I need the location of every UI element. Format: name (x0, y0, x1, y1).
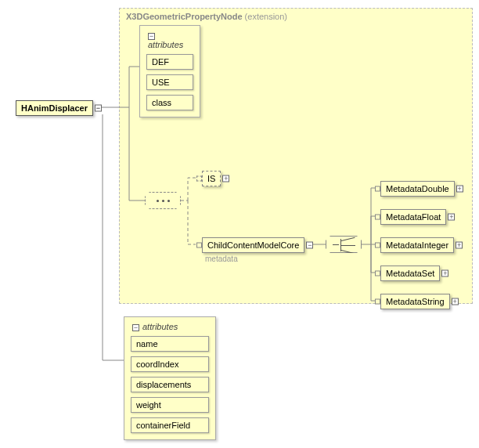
connector-notch (375, 299, 380, 305)
is-label: IS (207, 174, 215, 183)
metadata-label: MetadataSet (386, 269, 434, 278)
attr-item[interactable]: class (146, 95, 193, 110)
connector-notch (196, 243, 202, 248)
collapse-icon[interactable] (148, 33, 155, 40)
connector-notch (375, 271, 380, 276)
metadata-node[interactable]: MetadataDouble (380, 181, 455, 197)
connector-notch (375, 215, 380, 220)
metadata-node[interactable]: MetadataInteger (380, 237, 454, 253)
attributes-panel-bottom: attributes name coordIndex displacements… (124, 316, 216, 440)
connector-notch (196, 176, 202, 182)
root-node[interactable]: HAnimDisplacer (16, 100, 93, 116)
expand-icon[interactable] (452, 298, 459, 305)
child-content-model-core-node[interactable]: ChildContentModelCore (202, 237, 304, 253)
attributes-header: attributes (132, 322, 209, 331)
connector-notch (375, 186, 380, 192)
metadata-label: MetadataInteger (386, 240, 448, 250)
is-node[interactable]: IS (202, 171, 221, 186)
attributes-panel-top: attributes DEF USE class (139, 25, 200, 117)
child-core-caption: metadata (205, 255, 238, 263)
attr-item[interactable]: DEF (146, 54, 193, 70)
metadata-label: MetadataDouble (386, 184, 449, 193)
expand-icon[interactable] (306, 242, 313, 249)
choice-icon (326, 237, 361, 252)
metadata-node[interactable]: MetadataString (380, 294, 450, 309)
expand-icon[interactable] (448, 214, 455, 221)
choice-compositor[interactable] (326, 236, 362, 253)
collapse-icon[interactable] (132, 324, 139, 331)
expand-icon[interactable] (441, 270, 448, 277)
attr-item[interactable]: coordIndex (131, 356, 209, 372)
sequence-compositor[interactable] (145, 192, 181, 209)
sequence-icon (146, 193, 180, 208)
attr-item[interactable]: displacements (131, 377, 209, 392)
expand-icon[interactable] (222, 175, 229, 182)
attributes-header: attributes (148, 31, 193, 49)
child-core-label: ChildContentModelCore (207, 240, 299, 250)
metadata-node[interactable]: MetadataFloat (380, 209, 446, 225)
expand-icon[interactable] (456, 186, 463, 193)
metadata-node[interactable]: MetadataSet (380, 266, 440, 281)
attr-item[interactable]: containerField (131, 417, 209, 433)
metadata-label: MetadataString (386, 297, 445, 306)
expand-icon[interactable] (95, 105, 102, 112)
attr-item[interactable]: USE (146, 74, 193, 90)
root-label: HAnimDisplacer (21, 103, 88, 113)
attr-item[interactable]: weight (131, 397, 209, 413)
connector-notch (375, 243, 380, 248)
expand-icon[interactable] (456, 242, 463, 249)
extension-title: X3DGeometricPropertyNode (extension) (126, 12, 287, 21)
metadata-label: MetadataFloat (386, 212, 441, 222)
attr-item[interactable]: name (131, 336, 209, 352)
